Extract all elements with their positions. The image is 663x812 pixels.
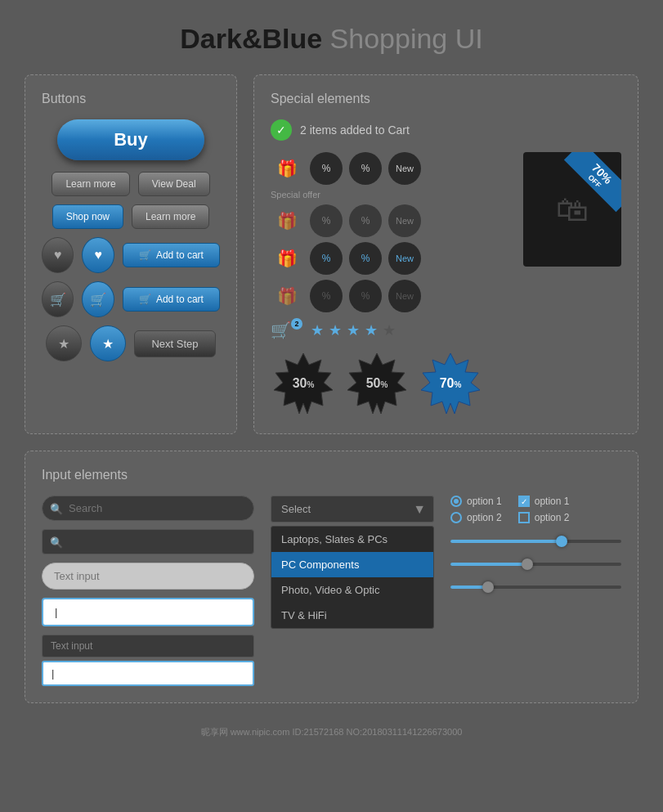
percent-badge-4: % [349, 204, 382, 237]
radio-option-2[interactable]: option 2 [450, 512, 502, 523]
radio-group: option 1 option 2 [450, 496, 502, 523]
checkbox-option-2[interactable]: option 2 [518, 512, 570, 523]
cart-icon-dark: 🛒 [50, 292, 66, 307]
slider-fill-1 [450, 540, 562, 543]
checkbox-label-1: option 1 [535, 496, 570, 507]
slider-fill-2 [450, 563, 527, 566]
text-input-bottom-active[interactable] [42, 661, 254, 686]
category-select[interactable]: Select [271, 496, 434, 523]
watermark: 昵享网 www.nipic.com ID:21572168 NO:2018031… [0, 720, 663, 742]
star-1: ★ [311, 321, 324, 339]
star-5: ★ [383, 321, 396, 339]
slider-3[interactable] [450, 579, 621, 595]
buttons-section: Buttons Buy Learn more View Deal Shop no… [25, 74, 237, 434]
new-badge-1: New [388, 152, 421, 185]
discount-badge-50: 50% [344, 352, 410, 417]
slider-2[interactable] [450, 556, 621, 572]
special-content: 🎁 % % New Special offer 🎁 % % New 🎁 % [271, 152, 621, 417]
shop-now-button[interactable]: Shop now [52, 204, 123, 229]
percent-badge-3: % [310, 204, 343, 237]
star-icon-blue: ★ [102, 336, 114, 352]
heart-icon: ♥ [54, 248, 62, 262]
buy-button[interactable]: Buy [57, 119, 204, 160]
dropdown-item-photo[interactable]: Photo, Video & Optic [271, 577, 433, 603]
slider-track-1 [450, 540, 621, 543]
radio-circle-2 [450, 512, 462, 523]
percent-badge-1: % [310, 152, 343, 185]
radio-label-2: option 2 [467, 512, 502, 523]
slider-thumb-2[interactable] [522, 559, 533, 570]
slider-group [450, 533, 621, 595]
heart-icon-button-blue[interactable]: ♥ [82, 237, 114, 273]
cart-icon-blue: 🛒 [90, 292, 106, 307]
search-wrap-1: 🔍 [42, 496, 254, 521]
learn-more-button-1[interactable]: Learn more [52, 172, 129, 196]
checkbox-sq-1 [518, 496, 530, 507]
dropdown-item-laptops[interactable]: Laptops, Slates & PCs [271, 527, 433, 552]
cart-icon-2: 🛒 [139, 294, 151, 305]
radio-option-1[interactable]: option 1 [450, 496, 502, 507]
controls-col: option 1 option 2 option 1 [450, 496, 621, 686]
special-elements-section: Special elements ✓ 2 items added to Cart… [253, 74, 638, 434]
dropdown-item-pc[interactable]: PC Components [271, 552, 433, 577]
search-input-2[interactable] [42, 529, 254, 554]
checkbox-group: option 1 option 2 [518, 496, 570, 523]
gift-icon-2: 🎁 [271, 204, 303, 237]
select-wrap: Select ▼ [271, 496, 434, 523]
slider-thumb-3[interactable] [482, 581, 494, 593]
stars-cart-row: 🛒 2 ★ ★ ★ ★ ★ [271, 321, 507, 340]
learn-more-button-2[interactable]: Learn more [132, 204, 209, 229]
cart-icon-button-dark[interactable]: 🛒 [42, 281, 74, 317]
cart-notice-text: 2 items added to Cart [300, 123, 410, 137]
next-step-button[interactable]: Next Step [134, 330, 215, 357]
checkbox-label-2: option 2 [535, 512, 570, 523]
row-learn-view: Learn more View Deal [42, 172, 220, 196]
checkbox-sq-2 [518, 512, 530, 523]
star-4: ★ [365, 321, 378, 339]
title-normal: Shopping UI [322, 23, 483, 54]
checkbox-option-1[interactable]: option 1 [518, 496, 570, 507]
star-icon-button-blue[interactable]: ★ [90, 325, 126, 361]
radio-label-1: option 1 [467, 496, 502, 507]
cart-check-icon: ✓ [271, 119, 292, 141]
input-section-title: Input elements [42, 468, 621, 482]
star-icon-button-dark[interactable]: ★ [46, 325, 82, 361]
cart-icon-button-blue[interactable]: 🛒 [82, 281, 114, 317]
input-grid: 🔍 🔍 Text input [42, 496, 621, 686]
slider-1[interactable] [450, 533, 621, 550]
gift-icon-4: 🎁 [271, 280, 303, 312]
add-to-cart-button-2[interactable]: 🛒 Add to cart [123, 287, 220, 312]
row-icons-cart2: 🛒 🛒 🛒 Add to cart [42, 281, 220, 317]
dropdown-item-tv[interactable]: TV & HiFi [271, 603, 433, 628]
view-deal-button[interactable]: View Deal [138, 172, 210, 196]
discount-card: 70% OFF 🛍 [523, 152, 621, 267]
search-icon-2: 🔍 [50, 536, 63, 548]
search-icon-1: 🔍 [50, 502, 63, 514]
search-input-1[interactable] [42, 496, 254, 521]
dropdown-col: Select ▼ Laptops, Slates & PCs PC Compon… [271, 496, 434, 686]
percent-badge-8: % [349, 280, 382, 312]
special-offer-label: Special offer [271, 190, 507, 200]
text-input-2-active[interactable] [42, 598, 254, 626]
gift-icon-1: 🎁 [271, 152, 303, 185]
slider-thumb-1[interactable] [556, 536, 567, 547]
ribbon-text: 70% OFF [564, 152, 621, 212]
title-bold: Dark&Blue [180, 23, 322, 54]
add-to-cart-button-1[interactable]: 🛒 Add to cart [123, 243, 220, 267]
slider-track-2 [450, 563, 621, 566]
radio-check-row: option 1 option 2 option 1 [450, 496, 621, 523]
page-title-wrap: Dark&Blue Shopping UI [0, 0, 663, 66]
ribbon: 70% OFF [556, 152, 621, 218]
text-inputs-col: 🔍 🔍 Text input [42, 496, 254, 686]
heart-icon-button-dark[interactable]: ♥ [42, 237, 74, 273]
gift-icon-3: 🎁 [271, 242, 303, 275]
text-input-1[interactable] [42, 563, 254, 590]
row-star-next: ★ ★ Next Step [42, 325, 220, 361]
star-2: ★ [329, 321, 342, 339]
percent-badge-5: % [310, 242, 343, 275]
cart-icon-count: 🛒 [271, 321, 291, 340]
input-section-wrap: Input elements 🔍 🔍 [0, 442, 663, 720]
search-wrap-2: 🔍 [42, 529, 254, 554]
special-section-title: Special elements [271, 92, 621, 106]
slider-track-3 [450, 585, 621, 589]
